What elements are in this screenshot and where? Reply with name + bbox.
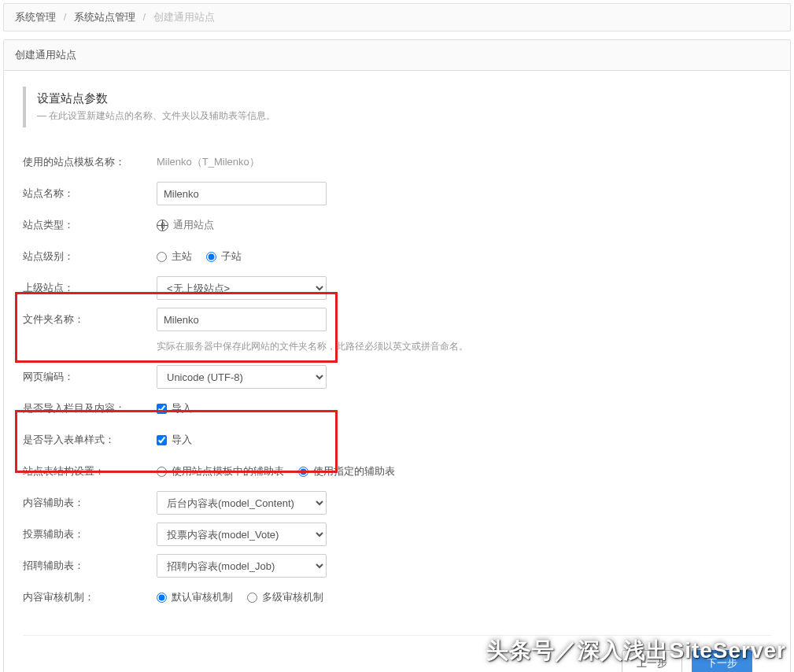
job-table-select[interactable]: 招聘内容表(model_Job) — [157, 554, 327, 578]
site-type-text: 通用站点 — [173, 218, 214, 232]
radio-tpl-table[interactable]: 使用站点模板中的辅助表 — [157, 464, 284, 478]
vote-table-select[interactable]: 投票内容表(model_Vote) — [157, 522, 327, 546]
label-encoding: 网页编码： — [23, 370, 157, 384]
label-template-name: 使用的站点模板名称： — [23, 155, 157, 169]
folder-hint: 实际在服务器中保存此网站的文件夹名称，此路径必须以英文或拼音命名。 — [157, 340, 771, 353]
label-vote-table: 投票辅助表： — [23, 527, 157, 541]
check-import-style[interactable]: 导入 — [157, 433, 192, 447]
label-import-content: 是否导入栏目及内容： — [23, 401, 157, 415]
label-folder-name: 文件夹名称： — [23, 312, 157, 327]
breadcrumb: 系统管理 / 系统站点管理 / 创建通用站点 — [3, 3, 791, 31]
radio-level-main[interactable]: 主站 — [157, 249, 192, 264]
content-table-select[interactable]: 后台内容表(model_Content) — [157, 491, 327, 515]
radio-audit-multi[interactable]: 多级审核机制 — [247, 590, 323, 604]
crumb-current: 创建通用站点 — [153, 11, 215, 23]
section-subtitle: — 在此设置新建站点的名称、文件夹以及辅助表等信息。 — [37, 109, 760, 123]
next-button[interactable]: 下一步 — [692, 650, 752, 672]
label-parent-site: 上级站点： — [23, 281, 157, 295]
section-header: 设置站点参数 — 在此设置新建站点的名称、文件夹以及辅助表等信息。 — [23, 87, 771, 127]
footer-actions: 上一步 下一步 — [23, 635, 771, 672]
folder-name-input[interactable] — [157, 308, 327, 331]
encoding-select[interactable]: Unicode (UTF-8) — [157, 365, 327, 389]
radio-level-sub[interactable]: 子站 — [206, 249, 242, 264]
label-import-style: 是否导入表单样式： — [23, 433, 157, 447]
prev-button[interactable]: 上一步 — [622, 650, 682, 672]
crumb-sep: / — [64, 11, 67, 23]
label-job-table: 招聘辅助表： — [23, 559, 157, 573]
label-site-name: 站点名称： — [23, 186, 157, 201]
label-audit: 内容审核机制： — [23, 590, 157, 604]
section-title: 设置站点参数 — [37, 91, 760, 106]
label-site-type: 站点类型： — [23, 218, 157, 232]
parent-site-select[interactable]: <无上级站点> — [157, 276, 327, 300]
radio-custom-table[interactable]: 使用指定的辅助表 — [298, 464, 395, 478]
site-name-input[interactable] — [157, 182, 327, 205]
panel-title: 创建通用站点 — [4, 40, 790, 71]
value-template-name: Milenko（T_Milenko） — [157, 155, 771, 169]
create-site-panel: 创建通用站点 设置站点参数 — 在此设置新建站点的名称、文件夹以及辅助表等信息。… — [3, 39, 791, 672]
label-table-config: 站点表结构设置： — [23, 464, 157, 478]
crumb-sitemgmt[interactable]: 系统站点管理 — [74, 11, 135, 23]
globe-icon — [157, 220, 168, 231]
crumb-sep: / — [143, 11, 146, 23]
check-import-content[interactable]: 导入 — [157, 401, 192, 415]
label-content-table: 内容辅助表： — [23, 496, 157, 510]
crumb-sys[interactable]: 系统管理 — [15, 11, 56, 23]
label-site-level: 站点级别： — [23, 249, 157, 264]
radio-audit-default[interactable]: 默认审核机制 — [157, 590, 233, 604]
